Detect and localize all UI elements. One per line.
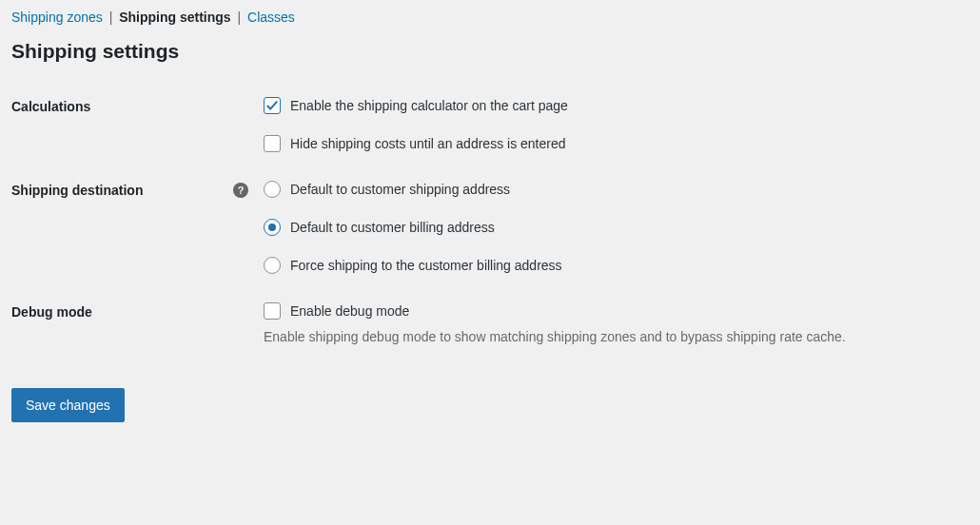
radio-default-shipping-address[interactable]: [264, 181, 281, 198]
save-changes-button[interactable]: Save changes: [11, 388, 125, 422]
checkbox-hide-costs[interactable]: [264, 135, 281, 152]
label-default-billing-address[interactable]: Default to customer billing address: [290, 220, 495, 235]
subnav-link-shipping-settings[interactable]: Shipping settings: [119, 10, 230, 25]
check-icon: [265, 99, 279, 112]
section-label-destination: Shipping destination: [11, 183, 143, 198]
section-calculations: Calculations Enable the shipping calcula…: [11, 97, 969, 152]
subnav-link-classes[interactable]: Classes: [247, 10, 295, 25]
radio-force-billing-address[interactable]: [264, 257, 281, 274]
subnav-separator: |: [109, 10, 113, 25]
subnav-link-shipping-zones[interactable]: Shipping zones: [11, 10, 103, 25]
section-label-debug: Debug mode: [11, 304, 92, 320]
section-debug: Debug mode Enable debug mode Enable ship…: [11, 302, 969, 344]
label-hide-costs[interactable]: Hide shipping costs until an address is …: [290, 136, 566, 151]
help-icon[interactable]: ?: [233, 183, 248, 198]
radio-default-billing-address[interactable]: [264, 219, 281, 236]
section-label-calculations: Calculations: [11, 99, 90, 114]
checkbox-enable-debug[interactable]: [264, 302, 281, 320]
debug-help-text: Enable shipping debug mode to show match…: [264, 329, 969, 344]
label-force-billing-address[interactable]: Force shipping to the customer billing a…: [290, 258, 562, 273]
label-enable-debug[interactable]: Enable debug mode: [290, 303, 409, 319]
section-destination: Shipping destination ? Default to custom…: [11, 181, 969, 274]
subnav-separator: |: [238, 10, 242, 25]
checkbox-enable-calculator[interactable]: [264, 97, 281, 114]
page-title: Shipping settings: [11, 40, 969, 63]
subnav: Shipping zones | Shipping settings | Cla…: [11, 10, 969, 25]
label-enable-calculator[interactable]: Enable the shipping calculator on the ca…: [290, 98, 568, 113]
label-default-shipping-address[interactable]: Default to customer shipping address: [290, 182, 510, 197]
